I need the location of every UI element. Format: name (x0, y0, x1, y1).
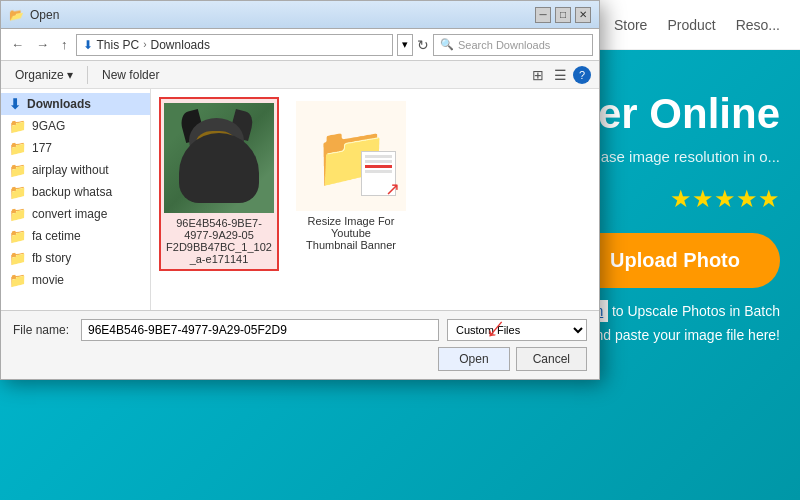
organize-button[interactable]: Organize ▾ (9, 64, 79, 86)
folder-paper: ↗ (361, 151, 396, 196)
forward-button[interactable]: → (32, 35, 53, 54)
folder-airplay-icon: 📁 (9, 162, 26, 178)
sidebar-item-airplay[interactable]: 📁 airplay without (1, 159, 150, 181)
address-path[interactable]: ⬇ This PC › Downloads (76, 34, 394, 56)
sidebar-177-label: 177 (32, 141, 52, 155)
action-row: Open Cancel ↓ (13, 347, 587, 371)
search-icon: 🔍 (440, 38, 454, 51)
dialog-main: ⬇ Downloads 📁 9GAG 📁 177 📁 airplay witho… (1, 89, 599, 310)
paper-line-red (365, 165, 392, 168)
cancel-button[interactable]: Cancel (516, 347, 587, 371)
sidebar-movie-label: movie (32, 273, 64, 287)
dog-body (179, 133, 259, 203)
file-open-dialog: 📂 Open ─ □ ✕ ← → ↑ ⬇ This PC › Downloads… (0, 0, 600, 380)
sidebar-item-convert[interactable]: 📁 convert image (1, 203, 150, 225)
nav-store[interactable]: Store (614, 17, 647, 33)
path-dropdown-button[interactable]: ▾ (397, 34, 413, 56)
nav-product[interactable]: Product (667, 17, 715, 33)
path-this-pc: This PC (97, 38, 140, 52)
address-bar: ← → ↑ ⬇ This PC › Downloads ▾ ↻ 🔍 Search… (1, 29, 599, 61)
sidebar-fb-label: fb story (32, 251, 71, 265)
filename-row: File name: Custom Files All Files (13, 319, 587, 341)
folder-9gag-icon: 📁 (9, 118, 26, 134)
paper-line3 (365, 170, 392, 173)
up-button[interactable]: ↑ (57, 35, 72, 54)
maximize-button[interactable]: □ (555, 7, 571, 23)
download-suffix: to Upscale Photos in Batch (612, 303, 780, 319)
sidebar-downloads-label: Downloads (27, 97, 91, 111)
nav-resources[interactable]: Reso... (736, 17, 780, 33)
dialog-titlebar: 📂 Open ─ □ ✕ (1, 1, 599, 29)
file-item-dog-photo[interactable]: 96E4B546-9BE7-4977-9A29-05F2D9BB47BC_1_1… (159, 97, 279, 271)
minimize-button[interactable]: ─ (535, 7, 551, 23)
folder-movie-icon: 📁 (9, 272, 26, 288)
sidebar-item-9gag[interactable]: 📁 9GAG (1, 115, 150, 137)
view-icons: ⊞ ☰ ? (528, 65, 591, 85)
dialog-icon: 📂 (9, 8, 24, 22)
filename-input[interactable] (81, 319, 439, 341)
folder-177-icon: 📁 (9, 140, 26, 156)
sidebar-item-fb[interactable]: 📁 fb story (1, 247, 150, 269)
grid-view-button[interactable]: ⊞ (528, 65, 548, 85)
sidebar-item-movie[interactable]: 📁 movie (1, 269, 150, 291)
sidebar-airplay-label: airplay without (32, 163, 109, 177)
paper-line1 (365, 155, 392, 158)
sidebar-backup-label: backup whatsa (32, 185, 112, 199)
sidebar-item-backup[interactable]: 📁 backup whatsa (1, 181, 150, 203)
downloads-folder-icon: ⬇ (9, 96, 21, 112)
resize-folder-filename: Resize Image For YoutubeThumbnail Banner (296, 215, 406, 251)
path-chevron1: › (143, 39, 146, 50)
path-folder: Downloads (151, 38, 210, 52)
sidebar-9gag-label: 9GAG (32, 119, 65, 133)
paper-line2 (365, 160, 392, 163)
titlebar-controls: ─ □ ✕ (535, 7, 591, 23)
sidebar-item-fa[interactable]: 📁 fa cetime (1, 225, 150, 247)
sidebar: ⬇ Downloads 📁 9GAG 📁 177 📁 airplay witho… (1, 89, 151, 310)
help-button[interactable]: ? (573, 66, 591, 84)
file-item-resize-folder[interactable]: 📁 ↗ Resize Image For YoutubeThumbnail Ba… (291, 97, 411, 271)
folder-fb-icon: 📁 (9, 250, 26, 266)
path-downloads-icon: ⬇ (83, 38, 93, 52)
sidebar-item-177[interactable]: 📁 177 (1, 137, 150, 159)
search-box[interactable]: 🔍 Search Downloads (433, 34, 593, 56)
filename-label: File name: (13, 323, 73, 337)
dialog-title: Open (30, 8, 59, 22)
folder-fa-icon: 📁 (9, 228, 26, 244)
sidebar-fa-label: fa cetime (32, 229, 81, 243)
back-button[interactable]: ← (7, 35, 28, 54)
new-folder-button[interactable]: New folder (96, 64, 165, 86)
refresh-button[interactable]: ↻ (417, 37, 429, 53)
folder-paper-overlay: ↗ (361, 151, 396, 196)
upload-photo-button[interactable]: Upload Photo (570, 233, 780, 288)
website-stars: ★★★★★ (670, 185, 780, 213)
toolbar-separator (87, 66, 88, 84)
sidebar-item-downloads[interactable]: ⬇ Downloads (1, 93, 150, 115)
search-placeholder: Search Downloads (458, 39, 550, 51)
filetype-select[interactable]: Custom Files All Files (447, 319, 587, 341)
paper-arrow-icon: ↗ (385, 178, 400, 200)
website-subtitle: ncrease image resolution in o... (572, 148, 780, 165)
toolbar: Organize ▾ New folder ⊞ ☰ ? (1, 61, 599, 89)
folder-convert-icon: 📁 (9, 206, 26, 222)
nav-links: Store Product Reso... (614, 17, 780, 33)
dog-thumbnail (164, 103, 274, 213)
sidebar-convert-label: convert image (32, 207, 107, 221)
close-button[interactable]: ✕ (575, 7, 591, 23)
list-view-button[interactable]: ☰ (550, 65, 571, 85)
filetype-container: Custom Files All Files (447, 319, 587, 341)
open-button[interactable]: Open (438, 347, 509, 371)
file-area: 96E4B546-9BE7-4977-9A29-05F2D9BB47BC_1_1… (151, 89, 599, 310)
folder-thumbnail: 📁 ↗ (296, 101, 406, 211)
dog-photo-filename: 96E4B546-9BE7-4977-9A29-05F2D9BB47BC_1_1… (165, 217, 273, 265)
dialog-bottom: File name: Custom Files All Files Open C… (1, 310, 599, 379)
folder-backup-icon: 📁 (9, 184, 26, 200)
